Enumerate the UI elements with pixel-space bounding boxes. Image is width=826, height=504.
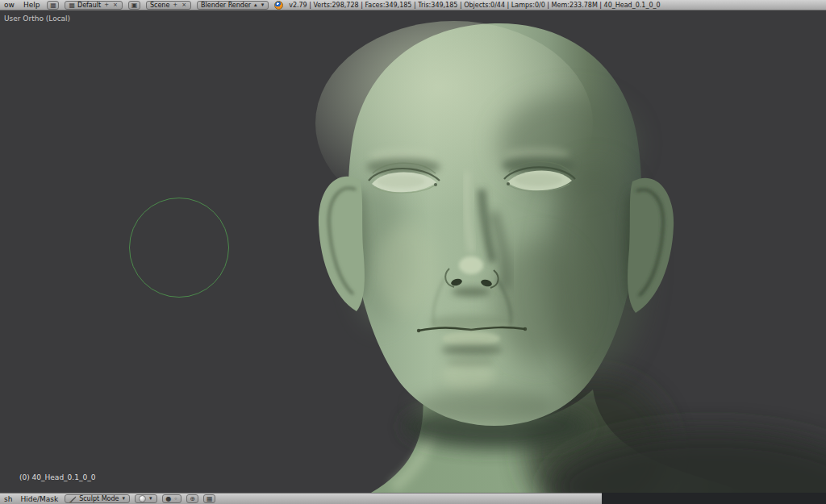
scene-browse-icon: ▣ xyxy=(131,2,138,9)
mode-chevron-icon: ▾ xyxy=(121,495,126,502)
manipulator-toggle[interactable]: ⊕ xyxy=(186,494,198,503)
manipulator-icon: ⊕ xyxy=(190,495,195,502)
view-orientation-label: User Ortho (Local) xyxy=(4,15,70,23)
scene-name: Scene xyxy=(150,2,169,9)
info-header: ow Help ▦ ▦ Default + × ▣ Scene + × Blen… xyxy=(0,0,826,10)
shading-chevron-icon: ▾ xyxy=(148,495,153,502)
snap-toggle[interactable]: ▦ xyxy=(203,494,215,503)
close-scene-icon[interactable]: × xyxy=(181,2,187,9)
viewport-shading-selector[interactable]: ▾ xyxy=(135,494,157,503)
close-layout-icon[interactable]: × xyxy=(112,2,119,9)
viewport-header: sh Hide/Mask Sculpt Mode ▾ ▾ ● ◦ ⊕ xyxy=(0,493,602,504)
scene-selector[interactable]: Scene + × xyxy=(146,1,191,10)
add-layout-icon[interactable]: + xyxy=(103,2,110,9)
snap-grid-icon: ▦ xyxy=(206,495,213,502)
editor-type-button[interactable]: ▦ xyxy=(47,1,59,10)
sculpt-brush-icon xyxy=(69,495,77,503)
chevron-down-icon: ▾ xyxy=(261,2,265,9)
left-ear xyxy=(319,177,369,311)
active-object-label: (0) 40_Head_0.1_0_0 xyxy=(19,473,95,481)
screen-layout-selector[interactable]: ▦ Default + × xyxy=(65,1,123,10)
blender-window: ow Help ▦ ▦ Default + × ▣ Scene + × Blen… xyxy=(0,0,826,504)
screen-layout-name: Default xyxy=(77,2,101,9)
menu-sculpt-partial[interactable]: sh xyxy=(2,495,14,503)
menu-hide-mask[interactable]: Hide/Mask xyxy=(19,495,60,503)
viewport-3d[interactable]: User Ortho (Local) (0) 40_Head_0.1_0_0 xyxy=(0,10,826,493)
render-engine-selector[interactable]: Blender Render ▴ ▾ xyxy=(197,1,269,10)
editor-type-icon: ▦ xyxy=(50,2,56,9)
mode-name: Sculpt Mode xyxy=(79,495,119,502)
render-engine-name: Blender Render xyxy=(201,2,251,9)
pivot-alt-icon: ◦ xyxy=(173,495,177,502)
blender-logo-icon xyxy=(274,1,283,10)
viewport-header-strip: sh Hide/Mask Sculpt Mode ▾ ▾ ● ◦ ⊕ xyxy=(0,493,826,504)
sculpt-brush-cursor xyxy=(129,198,229,298)
scene-statistics: v2.79 | Verts:298,728 | Faces:349,185 | … xyxy=(289,2,660,9)
sculpted-head-model[interactable] xyxy=(0,10,826,493)
add-scene-icon[interactable]: + xyxy=(172,2,178,9)
screen-layout-icon: ▦ xyxy=(69,2,75,9)
chevron-up-icon: ▴ xyxy=(253,2,258,9)
scene-browse-button[interactable]: ▣ xyxy=(128,1,140,10)
menu-help[interactable]: Help xyxy=(22,1,42,9)
pivot-center-icon: ● xyxy=(166,495,172,502)
right-ear xyxy=(624,178,674,313)
pivot-point-selector[interactable]: ● ◦ xyxy=(162,494,182,503)
shading-sphere-icon xyxy=(139,495,146,502)
menu-window-partial[interactable]: ow xyxy=(2,1,16,9)
mode-selector[interactable]: Sculpt Mode ▾ xyxy=(65,494,130,503)
